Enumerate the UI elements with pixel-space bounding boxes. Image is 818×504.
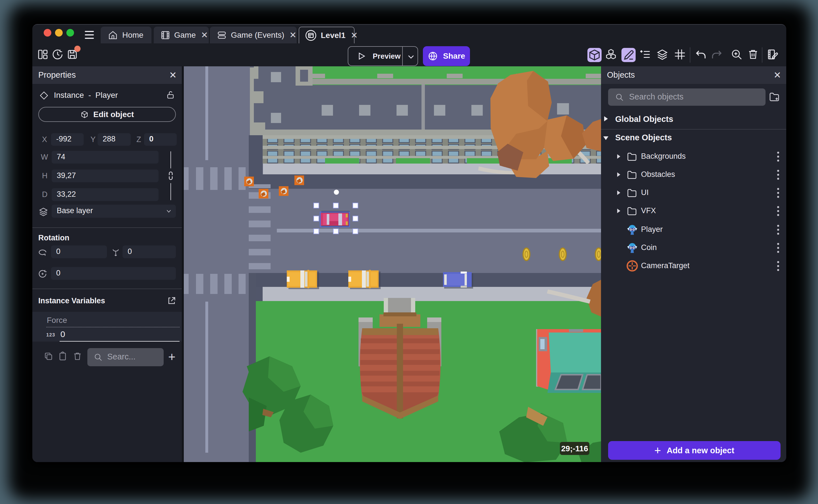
svg-text:29;-116: 29;-116 xyxy=(561,444,588,453)
